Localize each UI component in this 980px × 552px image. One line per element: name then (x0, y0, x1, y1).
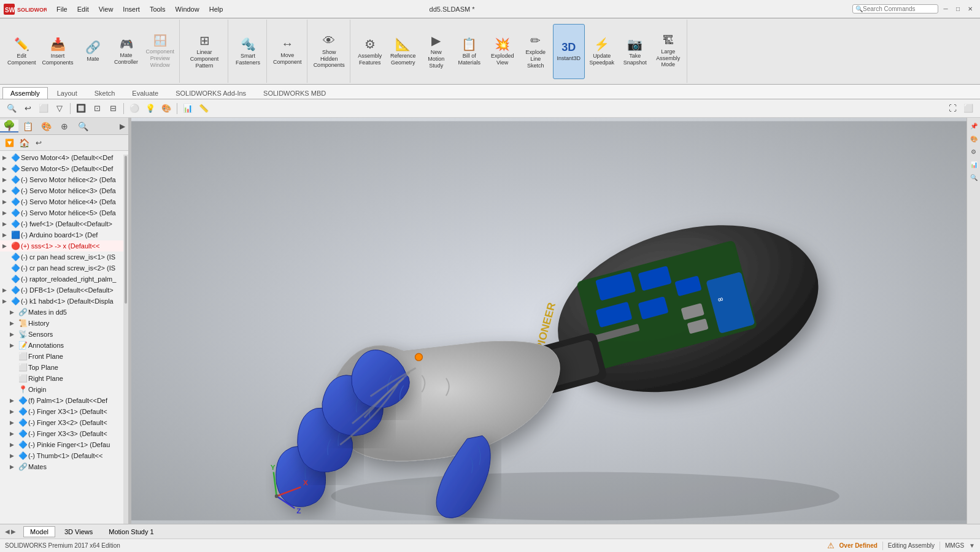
tree-item-k1habd[interactable]: ▶ 🔷 (-) k1 habd<1> (Default<Displa (0, 296, 128, 307)
tab-assembly[interactable]: Assembly (2, 87, 48, 99)
units-dropdown[interactable]: ▼ (969, 542, 975, 549)
panel-undo-btn[interactable]: ↩ (32, 136, 45, 150)
search-input[interactable] (863, 6, 936, 12)
new-motion-study-button[interactable]: ▶ NewMotionStudy (420, 24, 452, 79)
tree-item-fwef[interactable]: ▶ 🔷 (-) fwef<1> (Default<<Default> (0, 218, 128, 229)
win-close[interactable]: ✕ (965, 4, 975, 14)
right-strip-btn-5[interactable]: 🔍 (968, 172, 979, 183)
tree-item-servohelice5[interactable]: ▶ 🔷 (-) Servo Motor hélice<5> (Defa (0, 207, 128, 218)
menu-tools[interactable]: Tools (145, 4, 171, 14)
win-minimize[interactable]: ─ (941, 4, 951, 14)
panel-expand[interactable]: ▶ (116, 122, 128, 131)
view-zoom-icon[interactable]: 🔍 (5, 102, 18, 115)
tree-item-mates[interactable]: ▶ 🔗 Mates (0, 461, 128, 472)
viewport[interactable]: ∞ PIONEER 3D (131, 118, 966, 524)
menu-edit[interactable]: Edit (72, 4, 94, 14)
view-hide-icon[interactable]: ⊡ (90, 102, 104, 115)
tree-item-screw1[interactable]: ▶ 🔷 (-) cr pan head screw_is<1> (IS (0, 251, 128, 263)
menu-insert[interactable]: Insert (118, 4, 145, 14)
tree-item-raptor[interactable]: ▶ 🔷 (-) raptor_reloaded_right_palm_ (0, 274, 128, 285)
panel-tab-search[interactable]: 🔍 (74, 121, 92, 131)
tree-scrollbar[interactable] (123, 155, 128, 524)
bottom-nav-back[interactable]: ◀ (5, 528, 10, 535)
tree-item-sensors[interactable]: ▶ 📡 Sensors (0, 329, 128, 340)
view-3d-icon[interactable]: 📊 (181, 102, 195, 115)
tree-item-history[interactable]: ▶ 📜 History (0, 318, 128, 329)
panel-tab-display[interactable]: 🎨 (37, 121, 55, 131)
linear-pattern-button[interactable]: ⊞ Linear ComponentPattern (183, 24, 225, 79)
mate-controller-button[interactable]: 🎮 MateController (110, 24, 142, 79)
right-strip-btn-1[interactable]: 📌 (968, 120, 979, 131)
tree-item-servo4[interactable]: ▶ 🔷 Servo Motor<4> (Default<<Def (0, 152, 128, 163)
update-speedpak-button[interactable]: ⚡ UpdateSpeedpak (586, 24, 618, 79)
view-appearance-icon[interactable]: ⚪ (128, 102, 141, 115)
view-color-icon[interactable]: 🎨 (160, 102, 173, 115)
tree-item-thumb[interactable]: ▶ 🔷 (-) Thumb<1> (Default<< (0, 450, 128, 461)
view-measure-icon[interactable]: 📏 (197, 102, 210, 115)
instant3d-button[interactable]: 3D Instant3D (553, 24, 585, 79)
tab-evaluate[interactable]: Evaluate (124, 87, 166, 99)
tab-addins[interactable]: SOLIDWORKS Add-Ins (168, 87, 254, 99)
panel-filter-btn[interactable]: 🔽 (2, 136, 16, 150)
tree-item-finger-x32[interactable]: ▶ 🔷 (-) Finger X3<2> (Default< (0, 417, 128, 428)
large-assembly-mode-button[interactable]: 🏗 LargeAssemblyMode (652, 24, 684, 79)
take-snapshot-button[interactable]: 📷 TakeSnapshot (619, 24, 651, 79)
tree-item-screw2[interactable]: ▶ 🔷 (-) cr pan head screw_is<2> (IS (0, 263, 128, 274)
move-component-button[interactable]: ↔ MoveComponent (271, 24, 304, 79)
panel-tab-scene[interactable]: ⊕ (55, 121, 74, 131)
insert-components-button[interactable]: 📥 InsertComponents (40, 24, 76, 79)
tree-item-arduino[interactable]: ▶ 🟦 (-) Arduino board<1> (Def (0, 229, 128, 240)
view-section-icon[interactable]: ⬜ (37, 102, 50, 115)
view-lights-icon[interactable]: 💡 (144, 102, 157, 115)
reference-geometry-button[interactable]: 📐 ReferenceGeometry (387, 24, 419, 79)
tree-item-servohelice4[interactable]: ▶ 🔷 (-) Servo Motor hélice<4> (Defa (0, 196, 128, 207)
tree-item-right-plane[interactable]: ▶ ⬜ Right Plane (0, 373, 128, 384)
explode-line-sketch-button[interactable]: ✏ ExplodeLineSketch (520, 24, 552, 79)
component-preview-button[interactable]: 🪟 ComponentPreviewWindow (144, 24, 177, 79)
exploded-view-button[interactable]: 💥 ExplodedView (487, 24, 519, 79)
tab-sketch[interactable]: Sketch (87, 87, 123, 99)
tree-item-dfb[interactable]: ▶ 🔷 (-) DFB<1> (Default<<Default> (0, 285, 128, 296)
menu-help[interactable]: Help (204, 4, 228, 14)
tab-mbd[interactable]: SOLIDWORKS MBD (255, 87, 334, 99)
menu-window[interactable]: Window (171, 4, 204, 14)
view-wireframe-icon[interactable]: ⊟ (106, 102, 120, 115)
tree-item-pinkie[interactable]: ▶ 🔷 (-) Pinkie Finger<1> (Defau (0, 439, 128, 450)
bottom-tab-model[interactable]: Model (23, 526, 55, 537)
mate-button[interactable]: 🔗 Mate (77, 24, 109, 79)
tree-item-palm[interactable]: ▶ 🔷 (f) Palm<1> (Default<<Def (0, 395, 128, 406)
tree-item-annotations[interactable]: ▶ 📝 Annotations (0, 340, 128, 351)
tree-item-front-plane[interactable]: ▶ ⬜ Front Plane (0, 351, 128, 362)
assembly-features-button[interactable]: ⚙ AssemblyFeatures (354, 24, 386, 79)
right-strip-btn-2[interactable]: 🎨 (968, 133, 979, 144)
panel-tab-tree[interactable]: 🌳 (0, 120, 18, 132)
tab-layout[interactable]: Layout (49, 87, 85, 99)
tree-item-servohelice3[interactable]: ▶ 🔷 (-) Servo Motor hélice<3> (Defa (0, 185, 128, 196)
tree-item-origin[interactable]: ▶ 📍 Origin (0, 384, 128, 395)
tree-item-servo5[interactable]: ▶ 🔷 Servo Motor<5> (Default<<Def (0, 163, 128, 174)
bottom-tab-3dviews[interactable]: 3D Views (58, 526, 99, 537)
view-display-icon[interactable]: 🔲 (74, 102, 88, 115)
bottom-tab-motion-study[interactable]: Motion Study 1 (102, 526, 160, 537)
panel-tab-properties[interactable]: 📋 (18, 121, 37, 131)
right-strip-btn-4[interactable]: 📊 (968, 159, 979, 170)
tree-item-mates-dd5[interactable]: ▶ 🔗 Mates in dd5 (0, 307, 128, 318)
tree-item-servohelice2[interactable]: ▶ 🔷 (-) Servo Motor hélice<2> (Defa (0, 174, 128, 185)
panel-home-btn[interactable]: 🏠 (17, 136, 31, 150)
tree-item-finger-x33[interactable]: ▶ 🔷 (-) Finger X3<3> (Default< (0, 428, 128, 439)
tree-item-finger-x31[interactable]: ▶ 🔷 (-) Finger X3<1> (Default< (0, 406, 128, 417)
smart-fasteners-button[interactable]: 🔩 SmartFasteners (232, 24, 264, 79)
menu-view[interactable]: View (94, 4, 118, 14)
view-rotate-icon[interactable]: ↩ (21, 102, 34, 115)
menu-file[interactable]: File (52, 4, 72, 14)
edit-component-button[interactable]: ✏️ EditComponent (5, 24, 39, 79)
view-restore-icon[interactable]: ⬜ (962, 102, 975, 115)
right-strip-btn-3[interactable]: ⚙ (968, 146, 979, 157)
view-orientation-icon[interactable]: ▽ (53, 102, 66, 115)
tree-item-top-plane[interactable]: ▶ ⬜ Top Plane (0, 362, 128, 373)
view-maximize-icon[interactable]: ⛶ (946, 102, 959, 115)
show-hidden-button[interactable]: 👁 ShowHiddenComponents (311, 24, 347, 79)
bill-of-materials-button[interactable]: 📋 Bill ofMaterials (453, 24, 485, 79)
win-restore[interactable]: □ (953, 4, 963, 14)
bottom-nav-fwd[interactable]: ▶ (11, 528, 16, 535)
